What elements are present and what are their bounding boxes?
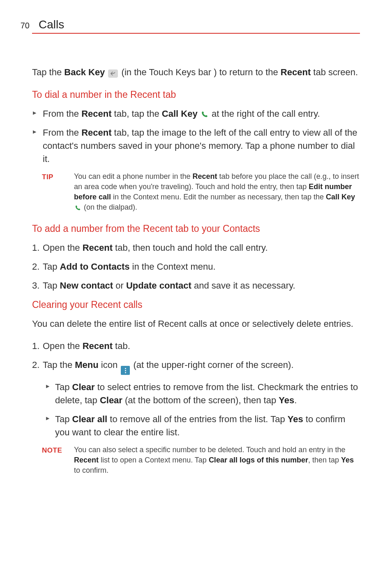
- recent-label: Recent: [81, 127, 111, 138]
- bullet-list: From the Recent tab, tap the Call Key at…: [32, 107, 360, 166]
- yes-label: Yes: [341, 456, 354, 464]
- text: tab screen.: [311, 67, 358, 77]
- menu-label: Menu: [75, 360, 98, 370]
- text: Open the: [43, 341, 83, 351]
- text: in the Context menu. Edit the number as …: [111, 193, 326, 201]
- text: From the: [43, 109, 81, 119]
- text: tab, then touch and hold the call entry.: [113, 243, 268, 253]
- text: or: [113, 280, 126, 291]
- text: tab.: [113, 341, 130, 351]
- recent-label: Recent: [83, 341, 113, 351]
- numbered-list: Open the Recent tab, then touch and hold…: [32, 241, 360, 292]
- clear-logs-label: Clear all logs of this number: [209, 456, 308, 464]
- page-body: Tap the Back Key (in the Touch Keys bar …: [32, 66, 360, 476]
- list-item: Tap New contact or Update contact and sa…: [32, 279, 360, 292]
- recent-label: Recent: [81, 109, 111, 119]
- recent-label: Recent: [83, 243, 113, 253]
- note-label: NOTE: [42, 445, 65, 476]
- list-item: Tap Clear to select entries to remove fr…: [46, 381, 360, 407]
- document-page: 70 Calls Tap the Back Key (in the Touch …: [0, 0, 392, 564]
- clear-label: Clear: [100, 395, 122, 405]
- new-contact-label: New contact: [60, 280, 113, 291]
- text: in the Context menu.: [129, 261, 215, 272]
- add-to-contacts-label: Add to Contacts: [60, 261, 130, 272]
- clear-all-label: Clear all: [72, 414, 108, 424]
- heading-dial-number: To dial a number in the Recent tab: [32, 88, 360, 102]
- tip-label: TIP: [42, 171, 65, 213]
- list-item: Tap Add to Contacts in the Context menu.: [32, 260, 360, 273]
- heading-clearing: Clearing your Recent calls: [32, 298, 360, 312]
- sub-bullet-list: Tap Clear to select entries to remove fr…: [46, 381, 360, 439]
- update-contact-label: Update contact: [126, 280, 191, 291]
- list-item: Tap the Menu icon (at the upper-right co…: [32, 358, 360, 439]
- menu-icon: [121, 366, 130, 375]
- text: to remove all of the entries from the li…: [107, 414, 288, 424]
- clear-label: Clear: [72, 382, 95, 392]
- call-key-icon: [201, 111, 208, 118]
- text: (at the upper-right corner of the screen…: [131, 360, 293, 370]
- tip-block: TIP You can edit a phone number in the R…: [42, 171, 360, 213]
- text: From the: [43, 127, 81, 138]
- text: icon: [99, 360, 120, 370]
- text: .: [294, 395, 297, 405]
- heading-add-number: To add a number from the Recent tab to y…: [32, 222, 360, 236]
- back-key-icon: [108, 69, 118, 78]
- call-key-label: Call Key: [326, 193, 355, 201]
- tip-body: You can edit a phone number in the Recen…: [74, 171, 360, 213]
- back-key-label: Back Key: [64, 67, 105, 77]
- yes-label: Yes: [288, 414, 303, 424]
- list-item: Open the Recent tab, then touch and hold…: [32, 241, 360, 254]
- note-block: NOTE You can also select a specific numb…: [42, 445, 360, 476]
- text: Tap: [55, 414, 72, 424]
- text: You can edit a phone number in the: [74, 172, 193, 180]
- call-key-icon: [75, 205, 81, 211]
- recent-label: Recent: [193, 172, 217, 180]
- intro-paragraph: Tap the Back Key (in the Touch Keys bar …: [32, 66, 360, 79]
- list-item: Open the Recent tab.: [32, 340, 360, 353]
- clearing-intro: You can delete the entire list of Recent…: [32, 317, 360, 331]
- text: You can also select a specific number to…: [74, 446, 345, 454]
- page-header: 70 Calls: [32, 18, 360, 34]
- text: tab, tap the: [112, 109, 162, 119]
- text: Tap: [55, 382, 72, 392]
- text: and save it as necessary.: [191, 280, 295, 291]
- text: list to open a Context menu. Tap: [99, 456, 209, 464]
- text: Tap the: [32, 67, 64, 77]
- note-body: You can also select a specific number to…: [74, 445, 360, 476]
- text: (in the Touch Keys bar ) to return to th…: [122, 67, 281, 77]
- text: Tap: [43, 261, 60, 272]
- recent-label: Recent: [74, 456, 99, 464]
- yes-label: Yes: [279, 395, 294, 405]
- recent-label: Recent: [281, 67, 311, 77]
- list-item: From the Recent tab, tap the image to th…: [32, 126, 360, 166]
- list-item: Tap Clear all to remove all of the entri…: [46, 413, 360, 439]
- text: (at the bottom of the screen), then tap: [122, 395, 279, 405]
- numbered-list: Open the Recent tab. Tap the Menu icon (…: [32, 340, 360, 439]
- text: Tap: [43, 280, 60, 291]
- list-item: From the Recent tab, tap the Call Key at…: [32, 107, 360, 120]
- text: at the right of the call entry.: [212, 109, 320, 119]
- page-number: 70: [16, 21, 32, 30]
- call-key-label: Call Key: [162, 109, 198, 119]
- text: , then tap: [308, 456, 341, 464]
- text: (on the dialpad).: [84, 203, 137, 211]
- text: Open the: [43, 243, 83, 253]
- text: Tap the: [43, 360, 75, 370]
- page-title: Calls: [39, 18, 64, 31]
- text: to confirm.: [74, 466, 108, 474]
